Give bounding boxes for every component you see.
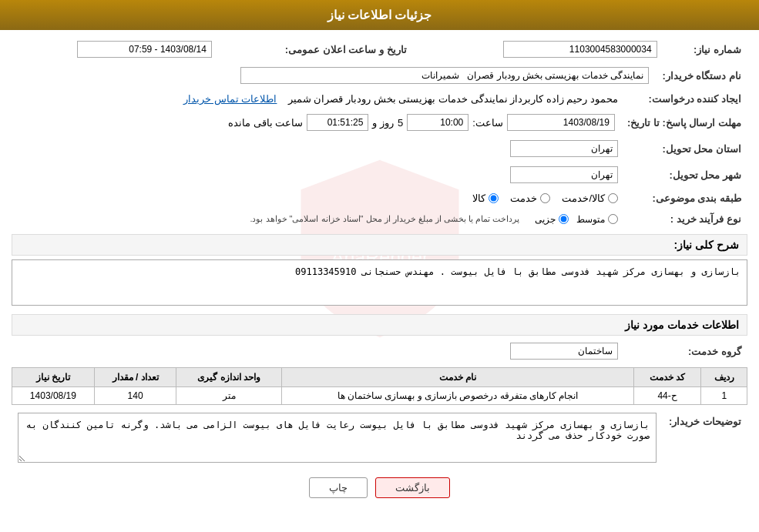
- creator-contact-link[interactable]: اطلاعات تماس خریدار: [183, 93, 277, 105]
- province-value: [12, 137, 624, 160]
- province-input[interactable]: [510, 140, 618, 157]
- announce-datetime-value: [12, 38, 218, 61]
- table-cell-date: 1403/08/19: [12, 387, 95, 405]
- col-header-code: کد خدمت: [633, 368, 701, 387]
- table-cell-unit: متر: [176, 387, 282, 405]
- buyer-notes-value: [12, 410, 663, 468]
- khedmat-label: خدمت: [510, 192, 537, 204]
- buyer-org-input[interactable]: [240, 67, 649, 84]
- col-header-name: نام خدمت: [282, 368, 634, 387]
- services-section-title: اطلاعات خدمات مورد نیاز: [12, 314, 747, 336]
- buyer-notes-table: توضیحات خریدار:: [12, 410, 747, 468]
- city-table: شهر محل تحویل:: [12, 163, 747, 186]
- radio-kala-khedmat[interactable]: کالا/خدمت: [562, 192, 618, 204]
- need-desc-textarea[interactable]: [12, 259, 747, 306]
- buyer-org-label: نام دستگاه خریدار:: [655, 64, 747, 87]
- services-section-label: اطلاعات خدمات مورد نیاز: [625, 319, 739, 331]
- col-header-unit: واحد اندازه گیری: [176, 368, 282, 387]
- mottaset-label: متوسط: [576, 214, 605, 225]
- buyer-notes-textarea[interactable]: [18, 413, 657, 463]
- page-title: جزئیات اطلاعات نیاز: [327, 8, 432, 22]
- reply-deadline-label: مهلت ارسال پاسخ: تا تاریخ:: [621, 111, 747, 134]
- creator-text: محمود رحیم زاده کاربرداز نمایندگی خدمات …: [288, 93, 618, 105]
- announce-datetime-label: تاریخ و ساعت اعلان عمومی:: [218, 38, 430, 61]
- kala-label: کالا: [472, 192, 485, 204]
- reply-days-label: روز و: [372, 117, 394, 129]
- col-header-quantity: تعداد / مقدار: [94, 368, 176, 387]
- deadline-table: مهلت ارسال پاسخ: تا تاریخ: ساعت: 5 روز و…: [12, 111, 747, 134]
- province-label: استان محل تحویل:: [624, 137, 747, 160]
- bottom-buttons: بازگشت چاپ: [12, 477, 747, 498]
- page-wrapper: جزئیات اطلاعات نیاز AnaRender شماره نیاز…: [0, 0, 759, 532]
- reply-time-input[interactable]: [407, 114, 468, 131]
- reply-deadline-value: ساعت: 5 روز و ساعت باقی مانده: [12, 111, 621, 134]
- service-group-table: گروه خدمت:: [12, 340, 747, 363]
- services-table: ردیف کد خدمت نام خدمت واحد اندازه گیری ت…: [12, 367, 747, 405]
- category-label: طبقه بندی موضوعی:: [624, 189, 747, 207]
- reply-date-input[interactable]: [507, 114, 615, 131]
- category-value: کالا/خدمت خدمت کالا: [12, 189, 624, 207]
- creator-table: ایجاد کننده درخواست: محمود رحیم زاده کار…: [12, 90, 747, 108]
- table-cell-name: انجام کارهای متفرقه درخصوص بازسازی و بهس…: [282, 387, 634, 405]
- process-type-table: نوع فرآیند خرید : متوسط جزیی پرداخت تمام…: [12, 210, 747, 228]
- back-button[interactable]: بازگشت: [375, 477, 450, 498]
- service-group-label: گروه خدمت:: [624, 340, 747, 363]
- reply-days-value: 5: [398, 117, 403, 129]
- need-number-value: [430, 38, 663, 61]
- need-number-label: شماره نیاز:: [663, 38, 747, 61]
- need-desc-section-title: شرح کلی نیاز:: [12, 234, 747, 256]
- table-cell-row: 1: [701, 387, 747, 405]
- print-button[interactable]: چاپ: [309, 477, 368, 498]
- category-table: طبقه بندی موضوعی: کالا/خدمت خدمت: [12, 189, 747, 207]
- process-type-label: نوع فرآیند خرید :: [624, 210, 747, 228]
- process-note: پرداخت تمام یا بخشی از مبلغ خریدار از مح…: [250, 214, 519, 224]
- process-type-value: متوسط جزیی پرداخت تمام یا بخشی از مبلغ خ…: [12, 210, 624, 228]
- table-row: 1ح-44انجام کارهای متفرقه درخصوص بازسازی …: [12, 387, 747, 405]
- col-header-date: تاریخ نیاز: [12, 368, 95, 387]
- kala-khedmat-label: کالا/خدمت: [562, 192, 605, 204]
- reply-remaining-input[interactable]: [307, 114, 368, 131]
- main-content: AnaRender شماره نیاز: تاریخ و ساعت اعلان…: [0, 30, 759, 515]
- service-group-value: [12, 340, 624, 363]
- creator-value: محمود رحیم زاده کاربرداز نمایندگی خدمات …: [12, 90, 624, 108]
- creator-label: ایجاد کننده درخواست:: [624, 90, 747, 108]
- radio-kala[interactable]: کالا: [472, 192, 499, 204]
- announce-datetime-input[interactable]: [77, 41, 212, 58]
- buyer-notes-label: توضیحات خریدار:: [663, 410, 747, 468]
- radio-jazei[interactable]: جزیی: [535, 214, 569, 225]
- table-cell-quantity: 140: [94, 387, 176, 405]
- buyer-org-value: [12, 64, 655, 87]
- table-cell-code: ح-44: [633, 387, 701, 405]
- province-table: استان محل تحویل:: [12, 137, 747, 160]
- city-value: [12, 163, 624, 186]
- need-number-input[interactable]: [503, 41, 657, 58]
- page-header: جزئیات اطلاعات نیاز: [0, 0, 759, 30]
- city-input[interactable]: [510, 166, 618, 183]
- top-info-table: شماره نیاز: تاریخ و ساعت اعلان عمومی:: [12, 38, 747, 61]
- col-header-row: ردیف: [701, 368, 747, 387]
- jazei-label: جزیی: [535, 214, 556, 225]
- radio-mottaset[interactable]: متوسط: [576, 214, 618, 225]
- buyer-org-table: نام دستگاه خریدار:: [12, 64, 747, 87]
- reply-time-label: ساعت:: [472, 117, 503, 129]
- city-label: شهر محل تحویل:: [624, 163, 747, 186]
- need-desc-label: شرح کلی نیاز:: [674, 239, 739, 251]
- service-group-input[interactable]: [510, 343, 618, 360]
- reply-remaining-label: ساعت باقی مانده: [228, 117, 303, 129]
- radio-khedmat[interactable]: خدمت: [510, 192, 550, 204]
